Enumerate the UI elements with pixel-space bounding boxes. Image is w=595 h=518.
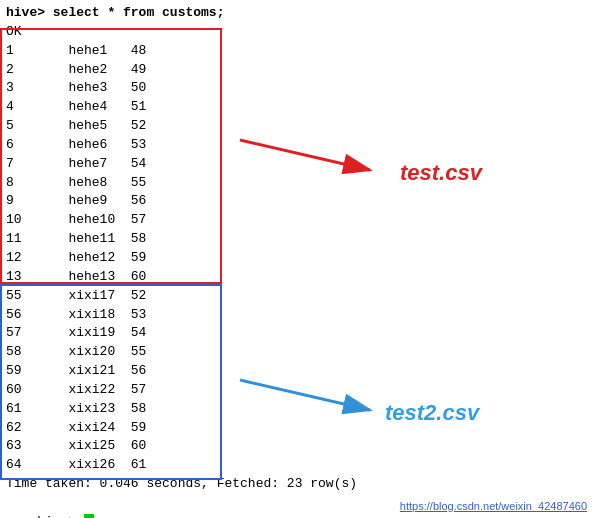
top-table: 1 hehe1 48 2 hehe2 49 3 hehe3 50 4 hehe4…: [6, 42, 589, 287]
terminal: hive> select * from customs; OK 1 hehe1 …: [0, 0, 595, 518]
table-row: 12 hehe12 59: [6, 249, 589, 268]
table-row: 9 hehe9 56: [6, 192, 589, 211]
ok-line: OK: [6, 23, 589, 42]
table-row: 2 hehe2 49: [6, 61, 589, 80]
table-row: 60 xixi22 57: [6, 381, 589, 400]
table-row: 58 xixi20 55: [6, 343, 589, 362]
watermark: https://blog.csdn.net/weixin_42487460: [400, 500, 587, 512]
table-row: 13 hehe13 60: [6, 268, 589, 287]
table-row: 63 xixi25 60: [6, 437, 589, 456]
table-row: 55 xixi17 52: [6, 287, 589, 306]
table-row: 5 hehe5 52: [6, 117, 589, 136]
table-row: 1 hehe1 48: [6, 42, 589, 61]
table-row: 56 xixi18 53: [6, 306, 589, 325]
test2-csv-label: test2.csv: [385, 400, 479, 426]
table-row: 59 xixi21 56: [6, 362, 589, 381]
table-row: 62 xixi24 59: [6, 419, 589, 438]
table-row: 7 hehe7 54: [6, 155, 589, 174]
table-row: 61 xixi23 58: [6, 400, 589, 419]
table-row: 64 xixi26 61: [6, 456, 589, 475]
test-csv-label: test.csv: [400, 160, 482, 186]
table-row: 8 hehe8 55: [6, 174, 589, 193]
table-row: 57 xixi19 54: [6, 324, 589, 343]
table-row: 3 hehe3 50: [6, 79, 589, 98]
bottom-table: 55 xixi17 52 56 xixi18 53 57 xixi19 54 5…: [6, 287, 589, 475]
hive-prompt-text: hive>: [37, 514, 84, 518]
table-row: 11 hehe11 58: [6, 230, 589, 249]
table-row: 10 hehe10 57: [6, 211, 589, 230]
footer-line: Time taken: 0.046 seconds, Fetched: 23 r…: [6, 475, 589, 494]
table-row: 6 hehe6 53: [6, 136, 589, 155]
cursor: [84, 514, 94, 518]
table-row: 4 hehe4 51: [6, 98, 589, 117]
command-line: hive> select * from customs;: [6, 4, 589, 23]
